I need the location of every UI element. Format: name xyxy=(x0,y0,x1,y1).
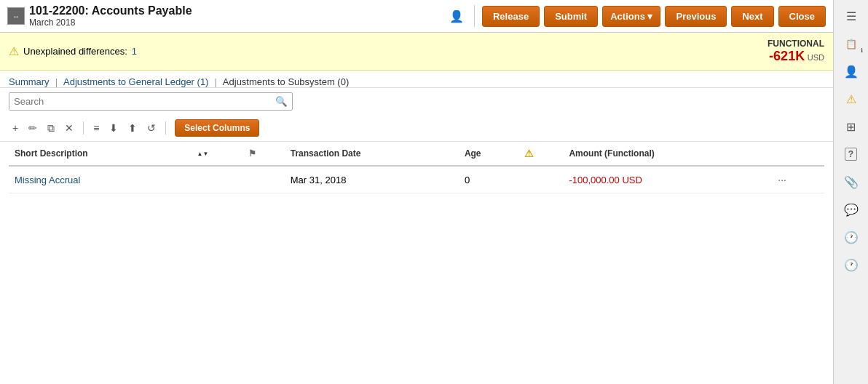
table-row: Missing Accrual Mar 31, 2018 0 -100,000.… xyxy=(9,166,824,193)
select-columns-button[interactable]: Select Columns xyxy=(175,119,259,137)
sidebar-table-settings-button[interactable]: ⊞ xyxy=(837,113,866,140)
download-button[interactable]: ⬇ xyxy=(106,120,122,136)
functional-label: FUNCTIONAL xyxy=(768,39,824,49)
alert-right: FUNCTIONAL -621K USD xyxy=(768,39,824,64)
comment-icon: 💬 xyxy=(844,203,859,217)
cell-trans-date: Mar 31, 2018 xyxy=(285,166,459,193)
search-area: 🔍 xyxy=(0,88,833,115)
col-age: Age xyxy=(459,142,518,166)
short-desc-link[interactable]: Missing Accrual xyxy=(15,175,80,185)
copy-button[interactable]: ⧉ xyxy=(44,120,58,137)
title-area: 101-22200: Accounts Payable March 2018 xyxy=(29,4,445,28)
sidebar-info-button[interactable]: 📋ℹ xyxy=(837,31,866,57)
table-settings-icon: ⊞ xyxy=(846,120,856,134)
submit-button[interactable]: Submit xyxy=(544,6,598,27)
clock-settings-icon: 🕐 xyxy=(844,258,859,272)
page-subtitle: March 2018 xyxy=(29,17,445,28)
sidebar-paperclip-button[interactable]: 📎 xyxy=(837,169,866,195)
cell-flag xyxy=(242,166,284,193)
grid-icon: ↔ xyxy=(7,7,25,25)
refresh-button[interactable]: ↺ xyxy=(143,120,159,136)
tab-summary[interactable]: Summary xyxy=(9,76,50,87)
sidebar-user-settings-button[interactable]: 👤 xyxy=(837,58,866,84)
cell-warn xyxy=(518,166,564,193)
search-box: 🔍 xyxy=(9,92,293,111)
warn-header-icon: ⚠ xyxy=(524,148,534,159)
tab-adjustments-sub: Adjustments to Subsystem (0) xyxy=(223,76,349,87)
lines-button[interactable]: ≡ xyxy=(90,120,103,136)
header-divider xyxy=(474,5,475,27)
sort-icons[interactable]: ▲▼ xyxy=(197,151,209,157)
col-actions xyxy=(769,142,824,166)
cell-short-desc: Missing Accrual xyxy=(9,166,189,193)
add-button[interactable]: + xyxy=(9,120,22,136)
table-header-row: Short Description ▲▼ ⚑ Transaction Date … xyxy=(9,142,824,166)
warning-icon: ⚠ xyxy=(846,92,856,106)
delete-button[interactable]: ✕ xyxy=(61,120,77,136)
sidebar-list-button[interactable]: ☰ xyxy=(837,3,866,29)
table-area: Short Description ▲▼ ⚑ Transaction Date … xyxy=(0,142,833,384)
header: ↔ 101-22200: Accounts Payable March 2018… xyxy=(0,0,833,33)
sidebar-clock-settings-button[interactable]: 🕐 xyxy=(837,252,866,278)
tabs-bar: Summary | Adjustments to General Ledger … xyxy=(0,71,833,88)
alert-banner: ⚠ Unexplained differences: 1 FUNCTIONAL … xyxy=(0,33,833,71)
actions-button[interactable]: Actions ▾ xyxy=(602,6,660,27)
release-button[interactable]: Release xyxy=(482,6,540,27)
row-actions-button[interactable]: ··· xyxy=(775,172,789,187)
cell-amount: -100,000.00 USD xyxy=(563,166,769,193)
cell-age: 0 xyxy=(459,166,518,193)
functional-currency: USD xyxy=(808,53,824,62)
sidebar-history-button[interactable]: 🕐 xyxy=(837,224,866,250)
col-amount: Amount (Functional) xyxy=(563,142,769,166)
tab-adjustments-gl[interactable]: Adjustments to General Ledger (1) xyxy=(63,76,208,87)
tab-sep-1: | xyxy=(55,76,58,87)
next-button[interactable]: Next xyxy=(731,6,773,27)
col-warn: ⚠ xyxy=(518,142,564,166)
page-title: 101-22200: Accounts Payable xyxy=(29,4,445,17)
functional-value: -621K xyxy=(769,49,805,63)
right-sidebar: ☰ 📋ℹ 👤 ⚠ ⊞ ? 📎 💬 🕐 🕐 xyxy=(833,0,868,384)
sidebar-warning-button[interactable]: ⚠ xyxy=(837,86,866,112)
toolbar: + ✏ ⧉ ✕ ≡ ⬇ ⬆ ↺ Select Columns xyxy=(0,115,833,142)
upload-button[interactable]: ⬆ xyxy=(125,120,141,136)
search-input[interactable] xyxy=(9,93,271,110)
search-button[interactable]: 🔍 xyxy=(271,93,292,110)
col-short-desc: Short Description xyxy=(9,142,189,166)
user-settings-icon: 👤 xyxy=(844,65,859,79)
data-table: Short Description ▲▼ ⚑ Transaction Date … xyxy=(9,142,824,193)
history-icon: 🕐 xyxy=(844,231,859,244)
edit-button[interactable]: ✏ xyxy=(25,120,41,136)
previous-button[interactable]: Previous xyxy=(665,6,727,27)
help-settings-icon: ? xyxy=(845,148,857,161)
list-icon: ☰ xyxy=(846,9,856,23)
alert-icon: ⚠ xyxy=(9,44,19,58)
toolbar-sep-2 xyxy=(165,121,166,135)
col-flag: ⚑ xyxy=(242,142,284,166)
tab-sep-2: | xyxy=(214,76,216,87)
actions-label: Actions ▾ xyxy=(610,11,652,22)
close-button[interactable]: Close xyxy=(778,6,826,27)
flag-header-icon: ⚑ xyxy=(248,148,256,159)
cell-sort xyxy=(189,166,243,193)
alert-left: ⚠ Unexplained differences: 1 xyxy=(9,44,137,58)
cell-row-actions: ··· xyxy=(769,166,824,193)
user-icon: 👤 xyxy=(449,9,464,23)
col-trans-date: Transaction Date xyxy=(285,142,459,166)
alert-text: Unexplained differences: xyxy=(23,46,127,57)
toolbar-sep-1 xyxy=(83,121,84,135)
paperclip-icon: 📎 xyxy=(844,175,859,189)
sidebar-help-settings-button[interactable]: ? xyxy=(837,141,866,167)
alert-count-link[interactable]: 1 xyxy=(132,46,137,57)
info-icon: 📋ℹ xyxy=(845,39,857,49)
sidebar-comment-button[interactable]: 💬 xyxy=(837,196,866,223)
col-sort: ▲▼ xyxy=(189,142,243,166)
